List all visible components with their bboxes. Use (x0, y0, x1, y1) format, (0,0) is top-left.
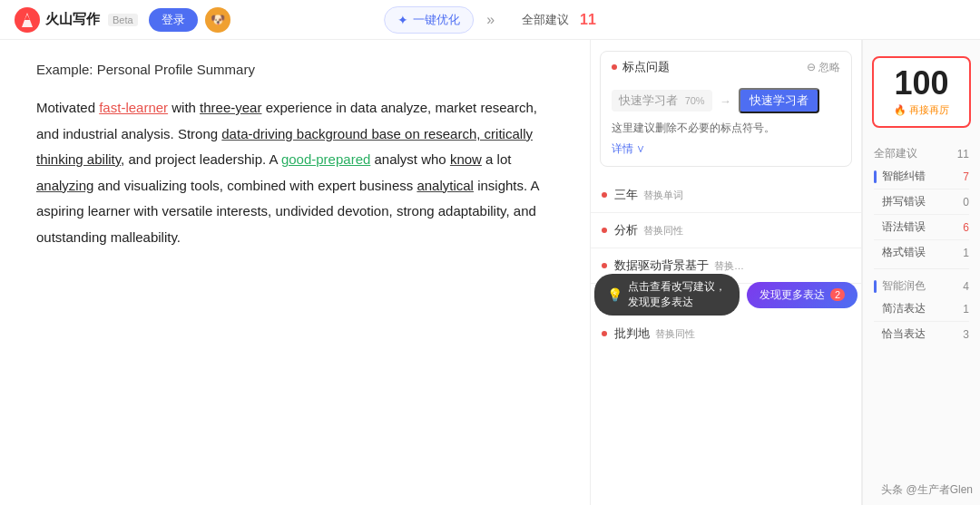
simple-label-2: 分析 (614, 222, 638, 238)
optimize-label: 一键优化 (413, 12, 460, 28)
sidebar-section-1: 智能纠错 7 拼写错误 0 语法错误 6 格式错误 1 (863, 164, 980, 265)
suggestion-simple-item-4[interactable]: 批判地 替换同性 (591, 316, 861, 351)
suggestion-card-punctuation[interactable]: 标点问题 ⊖ 忽略 快速学习者 70% → 快速学习者 这里建议删除不必要的标点… (600, 51, 852, 167)
discover-badge: 2 (830, 288, 845, 301)
item-count-format: 1 (963, 247, 969, 259)
simple-dot-3 (602, 263, 607, 268)
highlight-analytical: analytical (416, 178, 474, 193)
score-card: 100 🔥 再接再厉 (872, 56, 971, 128)
editor-area[interactable]: Example: Personal Profile Summary Motiva… (0, 40, 590, 505)
suggestion-simple-item-2[interactable]: 分析 替换同性 (591, 213, 861, 248)
sidebar-section-2: 简洁表达 1 恰当表达 3 (863, 296, 980, 346)
score-sub: 🔥 再接再厉 (881, 103, 962, 117)
simple-label-1: 三年 (614, 187, 638, 203)
tooltip-bar: 💡 点击查看改写建议，发现更多表达 发现更多表达 2 (591, 274, 861, 316)
sidebar-item-smart-correct[interactable]: 智能纠错 7 (874, 164, 969, 189)
discover-btn-label: 发现更多表达 (760, 287, 825, 303)
tooltip-hint-text: 点击查看改写建议，发现更多表达 (628, 279, 727, 310)
item-count-smart-correct: 7 (963, 170, 969, 183)
sidebar-item-spelling[interactable]: 拼写错误 0 (874, 189, 969, 215)
discover-btn[interactable]: 发现更多表达 2 (747, 282, 858, 308)
suggestion-ignore-btn[interactable]: ⊖ 忽略 (807, 60, 840, 75)
logo-area: 火山写作 Beta (15, 7, 138, 33)
avatar-button[interactable]: 🐶 (205, 7, 230, 33)
top-nav: 火山写作 Beta 登录 🐶 ✦ 一键优化 » 全部建议 11 (0, 0, 980, 40)
suggestion-card-title: 标点问题 (622, 59, 670, 75)
item-label-appropriate: 恰当表达 (882, 326, 926, 342)
simple-dot-1 (602, 192, 607, 198)
active-bar-2 (874, 280, 877, 293)
optimize-button[interactable]: ✦ 一键优化 (384, 6, 474, 34)
score-icon: 🔥 (894, 104, 906, 115)
more-button[interactable]: » (481, 10, 500, 30)
sidebar-item-appropriate[interactable]: 恰当表达 3 (874, 322, 969, 346)
simple-label-4: 批判地 (614, 325, 650, 342)
suggestion-simple-item-1[interactable]: 三年 替换单词 (591, 178, 861, 213)
active-bar-1 (874, 170, 877, 183)
original-text: 快速学习者 (619, 93, 678, 107)
suggestion-card-body: 快速学习者 70% → 快速学习者 这里建议删除不必要的标点符号。 详情 ∨ (601, 83, 851, 166)
simple-tag-3: 替换… (714, 259, 744, 273)
suggestions-panel: 标点问题 ⊖ 忽略 快速学习者 70% → 快速学习者 这里建议删除不必要的标点… (590, 40, 862, 505)
item-label-smart-correct: 智能纠错 (882, 169, 926, 184)
original-tag: 70% (685, 95, 705, 106)
suggestion-dot (612, 64, 617, 70)
highlight-fast-learner: fast-learner (99, 100, 168, 115)
optimize-icon: ✦ (397, 13, 408, 27)
highlight-three-year: three-year (200, 100, 261, 115)
right-sidebar: 100 🔥 再接再厉 全部建议 11 智能纠错 7 拼写错误 0 (862, 40, 980, 505)
sidebar-group2-header: 智能润色 4 (863, 273, 980, 296)
item-label-grammar: 语法错误 (882, 219, 926, 235)
nav-center: ✦ 一键优化 » 全部建议 11 (384, 6, 596, 34)
group2-label: 智能润色 (882, 278, 926, 294)
lightbulb-icon: 💡 (607, 287, 622, 302)
suggestions-nav-count: 11 (580, 12, 596, 28)
suggestion-card-header: 标点问题 ⊖ 忽略 (601, 52, 851, 83)
score-sub-text: 再接再厉 (909, 104, 949, 115)
login-button[interactable]: 登录 (149, 8, 198, 32)
logo-icon (15, 7, 40, 33)
score-number: 100 (881, 67, 962, 100)
suggestion-simple-item-3[interactable]: 数据驱动背景基于 替换… 💡 点击查看改写建议，发现更多表达 发现更多表达 2 (591, 248, 861, 284)
group1-label: 全部建议 (874, 146, 917, 161)
item-label-concise: 简洁表达 (882, 301, 926, 316)
suggestion-original: 快速学习者 70% (612, 90, 712, 112)
suggestions-nav-label: 全部建议 (522, 12, 569, 28)
simple-tag-1: 替换单词 (643, 189, 683, 202)
item-label-spelling: 拼写错误 (882, 194, 926, 209)
sidebar-group1-header: 全部建议 11 (863, 141, 980, 164)
sidebar-divider (874, 268, 969, 269)
item-count-concise: 1 (963, 303, 969, 316)
group2-count: 4 (963, 280, 969, 293)
simple-dot-4 (602, 331, 607, 336)
highlight-analyzing: analyzing (36, 178, 93, 193)
main-layout: Example: Personal Profile Summary Motiva… (0, 40, 980, 505)
doc-content[interactable]: Motivated fast-learner with three-year e… (36, 95, 554, 250)
suggestion-simple-list: 三年 替换单词 分析 替换同性 数据驱动背景基于 替换… 💡 点击查看改写建议，… (591, 178, 861, 351)
simple-label-3: 数据驱动背景基于 (614, 257, 709, 274)
simple-tag-4: 替换同性 (655, 327, 695, 341)
highlight-good-prepared: good-prepared (281, 151, 370, 167)
arrow-icon: → (720, 94, 731, 108)
sidebar-item-format[interactable]: 格式错误 1 (874, 240, 969, 265)
suggestion-desc: 这里建议删除不必要的标点符号。 (612, 121, 840, 136)
doc-title: Example: Personal Profile Summary (36, 62, 554, 77)
suggestion-compare: 快速学习者 70% → 快速学习者 (612, 88, 840, 113)
sidebar-item-grammar[interactable]: 语法错误 6 (874, 215, 969, 240)
tooltip-hint: 💡 点击查看改写建议，发现更多表达 (594, 274, 740, 316)
replacement-btn[interactable]: 快速学习者 (739, 88, 819, 113)
suggestion-detail-btn[interactable]: 详情 ∨ (612, 141, 840, 157)
sidebar-item-concise[interactable]: 简洁表达 1 (874, 296, 969, 322)
simple-dot-2 (602, 228, 607, 233)
app-name: 火山写作 (45, 11, 100, 28)
item-count-grammar: 6 (963, 221, 969, 234)
item-label-format: 格式错误 (882, 245, 926, 260)
simple-tag-2: 替换同性 (643, 224, 683, 238)
item-count-appropriate: 3 (963, 328, 969, 341)
highlight-know: know (450, 151, 482, 167)
item-count-spelling: 0 (963, 196, 969, 209)
group1-count: 11 (957, 148, 969, 160)
beta-badge: Beta (108, 14, 138, 26)
